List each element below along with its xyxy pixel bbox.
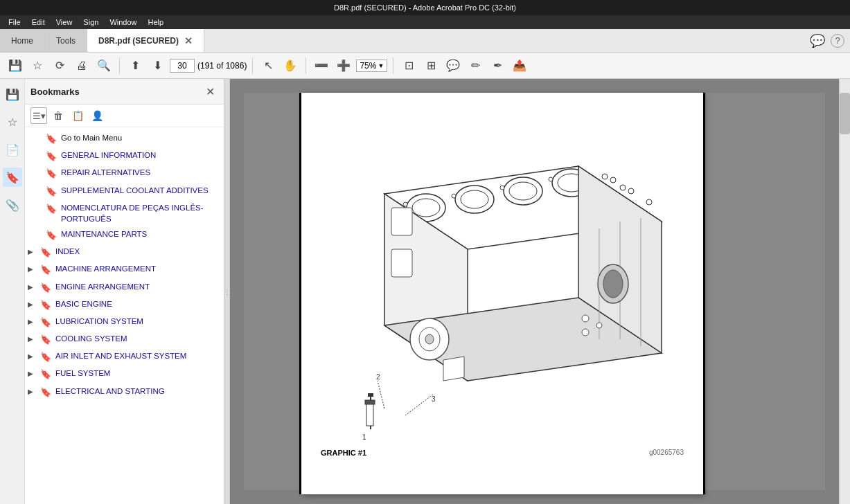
expand-icon-11[interactable]: ▶ bbox=[28, 334, 36, 344]
separator-4 bbox=[393, 57, 393, 74]
right-scrollbar[interactable] bbox=[839, 79, 850, 504]
comment-button[interactable]: 💬 bbox=[443, 56, 463, 75]
separator-3 bbox=[306, 57, 306, 74]
bookmark-item-electrical[interactable]: ▶ 🔖 ELECTRICAL AND STARTING bbox=[25, 384, 224, 400]
bookmark-item-machine-arr[interactable]: ▶ 🔖 MACHINE ARRANGEMENT bbox=[25, 261, 224, 278]
bookmark-item-main-menu[interactable]: 🔖 Go to Main Menu bbox=[25, 130, 224, 147]
side-icon-save[interactable]: 💾 bbox=[3, 84, 22, 104]
next-page-button[interactable]: ⬇ bbox=[148, 56, 167, 75]
tab-right-actions: 💬 ? bbox=[810, 29, 850, 52]
page-total: (191 of 1086) bbox=[197, 61, 247, 71]
zoom-in-button[interactable]: ➕ bbox=[334, 56, 353, 75]
bookmark-item-general-info[interactable]: 🔖 GENERAL INFORMATION bbox=[25, 147, 224, 165]
menu-window[interactable]: Window bbox=[104, 18, 142, 26]
bookmark-item-basic-engine[interactable]: ▶ 🔖 BASIC ENGINE bbox=[25, 296, 224, 314]
scrollbar-track[interactable] bbox=[840, 79, 850, 504]
bm-add-button[interactable]: 📋 bbox=[69, 107, 86, 124]
bm-delete-button[interactable]: 🗑 bbox=[50, 107, 67, 124]
tab-document[interactable]: D8R.pdf (SECURED) ✕ bbox=[87, 29, 204, 52]
menu-sign[interactable]: Sign bbox=[78, 18, 104, 26]
bookmark-icon-6: 🔖 bbox=[40, 246, 51, 259]
export-button[interactable]: 📤 bbox=[510, 56, 529, 75]
bookmark-icon-10: 🔖 bbox=[40, 316, 51, 329]
bookmark-icon-7: 🔖 bbox=[40, 264, 51, 276]
separator-2 bbox=[252, 57, 253, 74]
print-previous-button[interactable]: ⟳ bbox=[50, 56, 69, 75]
expand-icon-9[interactable]: ▶ bbox=[28, 300, 36, 309]
expand-icon-10[interactable]: ▶ bbox=[28, 317, 36, 327]
highlight-button[interactable]: ✏ bbox=[466, 56, 485, 75]
scrollbar-thumb[interactable] bbox=[840, 93, 850, 134]
bookmark-item-engine-arr[interactable]: ▶ 🔖 ENGINE ARRANGEMENT bbox=[25, 279, 224, 296]
bookmark-item-index[interactable]: ▶ 🔖 INDEX bbox=[25, 244, 224, 261]
chat-icon[interactable]: 💬 bbox=[810, 33, 825, 48]
expand-icon-8[interactable]: ▶ bbox=[28, 282, 36, 292]
bookmark-item-lubrication[interactable]: ▶ 🔖 LUBRICATION SYSTEM bbox=[25, 314, 224, 331]
toolbar: 💾 ☆ ⟳ 🖨 🔍 ⬆ ⬇ (191 of 1086) ↖ ✋ ➖ ➕ 75% … bbox=[0, 53, 850, 79]
menu-help[interactable]: Help bbox=[143, 18, 170, 26]
svg-text:2: 2 bbox=[376, 373, 380, 381]
menu-view[interactable]: View bbox=[51, 18, 78, 26]
bookmark-label-2: REPAIR ALTERNATIVES bbox=[61, 167, 150, 178]
bookmark-item-air-inlet[interactable]: ▶ 🔖 AIR INLET AND EXHAUST SYSTEM bbox=[25, 348, 224, 366]
side-icon-bookmark[interactable]: ☆ bbox=[3, 112, 22, 132]
bookmarks-header: Bookmarks ✕ bbox=[25, 79, 224, 105]
expand-icon-12[interactable]: ▶ bbox=[28, 352, 36, 361]
zoom-level[interactable]: 75% ▼ bbox=[356, 60, 387, 72]
bookmark-label-6: INDEX bbox=[55, 246, 80, 257]
zoom-dropdown-icon[interactable]: ▼ bbox=[378, 62, 384, 69]
bookmark-item-repair-alt[interactable]: 🔖 REPAIR ALTERNATIVES bbox=[25, 165, 224, 182]
tab-home[interactable]: Home bbox=[0, 29, 45, 52]
expand-icon-13[interactable]: ▶ bbox=[28, 369, 36, 379]
svg-line-33 bbox=[405, 395, 433, 415]
expand-icon-6[interactable]: ▶ bbox=[28, 247, 36, 257]
zoom-out-button[interactable]: ➖ bbox=[312, 56, 331, 75]
bookmark-icon-1: 🔖 bbox=[46, 150, 57, 163]
bookmark-icon-3: 🔖 bbox=[46, 186, 57, 198]
svg-text:1: 1 bbox=[362, 433, 366, 441]
bookmark-label-0: Go to Main Menu bbox=[61, 132, 122, 143]
bookmark-item-fuel[interactable]: ▶ 🔖 FUEL SYSTEM bbox=[25, 366, 224, 383]
bm-menu-button[interactable]: ☰▾ bbox=[30, 107, 47, 124]
tab-tools[interactable]: Tools bbox=[45, 29, 87, 52]
save-button[interactable]: 💾 bbox=[6, 56, 25, 75]
bookmark-item-cooling[interactable]: ▶ 🔖 COOLING SYSTEM bbox=[25, 331, 224, 348]
side-icon-attach[interactable]: 📎 bbox=[3, 195, 22, 215]
find-button[interactable]: 🔍 bbox=[94, 56, 114, 75]
side-icon-bookmarks[interactable]: 🔖 bbox=[3, 168, 22, 187]
tab-close-icon[interactable]: ✕ bbox=[184, 35, 193, 46]
bookmark-item-nomenclatura[interactable]: 🔖 NOMENCLATURA DE PEÇAS INGLÊS-PORTUGUÊS bbox=[25, 200, 224, 226]
pdf-page: 1 2 3 bbox=[301, 93, 703, 494]
svg-point-37 bbox=[582, 315, 589, 322]
svg-point-18 bbox=[628, 188, 634, 194]
fit-page-button[interactable]: ⊡ bbox=[399, 56, 418, 75]
hand-tool-button[interactable]: ✋ bbox=[281, 56, 300, 75]
draw-button[interactable]: ✒ bbox=[488, 56, 507, 75]
bookmarks-panel: Bookmarks ✕ ☰▾ 🗑 📋 👤 🔖 Go to Main Menu 🔖… bbox=[25, 79, 224, 504]
bookmark-button[interactable]: ☆ bbox=[28, 56, 47, 75]
cursor-tool-button[interactable]: ↖ bbox=[258, 56, 278, 75]
expand-icon-7[interactable]: ▶ bbox=[28, 264, 36, 274]
svg-point-17 bbox=[610, 177, 616, 183]
bookmarks-close-button[interactable]: ✕ bbox=[202, 83, 218, 100]
panel-resizer[interactable]: ⋮ bbox=[224, 79, 230, 504]
fit-width-button[interactable]: ⊞ bbox=[421, 56, 441, 75]
side-icon-layers[interactable]: 📄 bbox=[3, 140, 22, 159]
bookmark-item-maintenance[interactable]: 🔖 MAINTENANCE PARTS bbox=[25, 226, 224, 244]
svg-point-5 bbox=[412, 199, 440, 217]
svg-point-16 bbox=[603, 270, 623, 298]
bm-search-button[interactable]: 👤 bbox=[89, 107, 105, 124]
menu-file[interactable]: File bbox=[3, 18, 26, 26]
bookmark-item-coolant[interactable]: 🔖 SUPPLEMENTAL COOLANT ADDITIVES bbox=[25, 183, 224, 200]
separator-1 bbox=[119, 57, 120, 74]
expand-icon-14[interactable]: ▶ bbox=[28, 387, 36, 397]
page-number-input[interactable] bbox=[170, 59, 195, 73]
previous-page-button[interactable]: ⬆ bbox=[125, 56, 145, 75]
tab-home-label: Home bbox=[11, 36, 33, 46]
menu-bar: File Edit View Sign Window Help bbox=[0, 15, 850, 29]
print-button[interactable]: 🖨 bbox=[72, 56, 91, 75]
bookmark-label-10: LUBRICATION SYSTEM bbox=[55, 316, 143, 327]
help-icon[interactable]: ? bbox=[831, 34, 844, 48]
pdf-viewer[interactable]: 1 2 3 bbox=[230, 79, 839, 504]
menu-edit[interactable]: Edit bbox=[26, 18, 51, 26]
